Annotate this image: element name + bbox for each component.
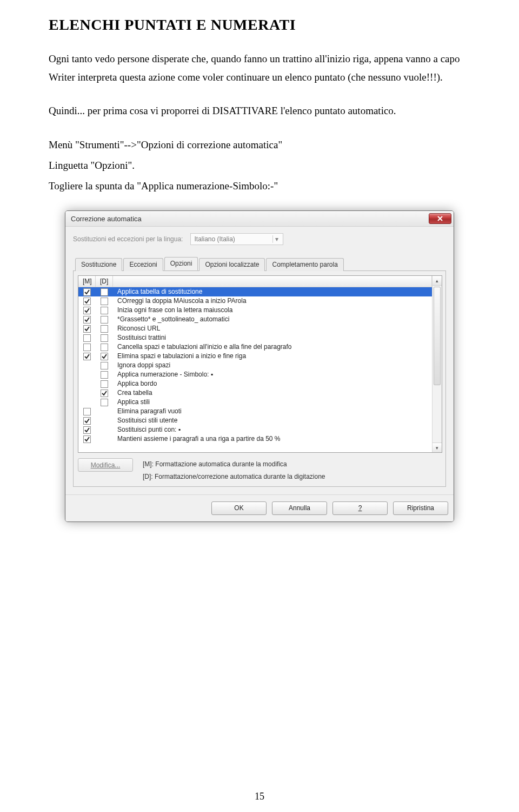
checkbox[interactable]: [83, 408, 91, 415]
tab-completamento-parola[interactable]: Completamento parola: [266, 258, 343, 271]
option-row[interactable]: Mantieni assieme i paragrafi a una riga …: [78, 434, 432, 444]
option-row[interactable]: COrreggi la doppia MAiuscola a inizio PA…: [78, 296, 432, 306]
cancel-button[interactable]: Annulla: [272, 501, 327, 515]
options-panel: [M] [D] Applica tabella di sostituzioneC…: [73, 271, 446, 487]
checkbox[interactable]: [83, 307, 91, 314]
checkbox[interactable]: [101, 325, 108, 333]
col-header-d: [D]: [96, 276, 113, 287]
checkbox[interactable]: [83, 325, 91, 333]
checkbox[interactable]: [83, 417, 91, 425]
option-label: *Grassetto* e _sottolineato_ automatici: [113, 315, 432, 324]
scroll-thumb[interactable]: [434, 287, 441, 385]
language-value: Italiano (Italia): [194, 235, 235, 243]
options-table: [M] [D] Applica tabella di sostituzioneC…: [78, 276, 432, 452]
modify-button[interactable]: Modifica...: [78, 458, 133, 472]
option-label: Crea tabella: [113, 388, 432, 398]
checkbox[interactable]: [101, 288, 108, 296]
option-row[interactable]: Applica stili: [78, 398, 432, 407]
option-label: Applica tabella di sostituzione: [113, 287, 432, 296]
checkbox: [101, 418, 108, 424]
paragraph-3: Menù "Strumenti"-->"Opzioni di correzion…: [49, 136, 470, 154]
option-label: Inizia ogni frase con la lettera maiusco…: [113, 306, 432, 315]
scroll-down-button[interactable]: ▾: [432, 443, 442, 452]
tab-opzioni-localizzate[interactable]: Opzioni localizzate: [199, 258, 265, 271]
language-row: Sostituzioni ed eccezioni per la lingua:…: [73, 233, 446, 245]
col-header-text: [113, 276, 432, 287]
tab-eccezioni[interactable]: Eccezioni: [123, 258, 163, 271]
help-button[interactable]: ?: [332, 501, 388, 515]
checkbox[interactable]: [101, 399, 108, 406]
checkbox[interactable]: [83, 288, 91, 296]
paragraph-5: Togliere la spunta da "Applica numerazio…: [49, 177, 470, 195]
checkbox[interactable]: [83, 334, 91, 342]
paragraph-1: Ogni tanto vedo persone disperate che, q…: [49, 50, 470, 87]
checkbox[interactable]: [83, 316, 91, 324]
checkbox: [101, 427, 108, 433]
checkbox[interactable]: [83, 435, 91, 443]
language-label: Sostituzioni ed eccezioni per la lingua:: [73, 235, 183, 243]
checkbox[interactable]: [101, 371, 108, 379]
chevron-down-icon: ▾: [272, 235, 281, 243]
checkbox: [101, 408, 108, 415]
tab-sostituzione[interactable]: Sostituzione: [75, 258, 122, 271]
checkbox[interactable]: [83, 426, 91, 434]
option-row[interactable]: Sostituisci trattini: [78, 333, 432, 342]
checkbox[interactable]: [101, 380, 108, 388]
checkbox[interactable]: [83, 353, 91, 360]
checkbox[interactable]: [101, 344, 108, 351]
option-row[interactable]: Elimina paragrafi vuoti: [78, 407, 432, 416]
option-label: Applica bordo: [113, 379, 432, 388]
option-row[interactable]: Applica numerazione - Simbolo: ▪: [78, 370, 432, 379]
checkbox: [101, 436, 108, 443]
option-label: Sostituisci trattini: [113, 333, 432, 342]
option-label: Elimina paragrafi vuoti: [113, 407, 432, 416]
checkbox: [84, 399, 90, 406]
option-row[interactable]: Applica bordo: [78, 379, 432, 388]
scroll-up-button[interactable]: ▴: [432, 276, 442, 286]
close-button[interactable]: [429, 213, 451, 224]
option-row[interactable]: Sostituisci stili utente: [78, 416, 432, 425]
options-header: [M] [D]: [78, 276, 432, 287]
checkbox[interactable]: [101, 334, 108, 342]
option-label: Riconosci URL: [113, 324, 432, 333]
option-row[interactable]: Sostituisci punti con: ▪: [78, 425, 432, 434]
checkbox[interactable]: [101, 316, 108, 324]
dialog-button-row: OK Annulla ? Ripristina: [65, 494, 454, 521]
option-row[interactable]: Crea tabella: [78, 388, 432, 398]
reset-button-label: Ripristina: [407, 504, 434, 512]
checkbox: [84, 362, 90, 369]
checkbox[interactable]: [83, 344, 91, 351]
tab-bar: Sostituzione Eccezioni Opzioni Opzioni l…: [73, 257, 446, 271]
option-label: Ignora doppi spazi: [113, 361, 432, 370]
checkbox[interactable]: [101, 362, 108, 369]
reset-button[interactable]: Ripristina: [393, 501, 448, 515]
option-row[interactable]: Riconosci URL: [78, 324, 432, 333]
option-label: COrreggi la doppia MAiuscola a inizio PA…: [113, 296, 432, 306]
checkbox[interactable]: [101, 390, 108, 397]
checkbox[interactable]: [101, 298, 108, 305]
help-button-label: ?: [358, 504, 362, 512]
modify-button-label: Modifica...: [91, 461, 121, 469]
checkbox: [84, 372, 90, 378]
ok-button[interactable]: OK: [211, 501, 267, 515]
vertical-scrollbar[interactable]: ▴ ▾: [432, 276, 442, 452]
option-label: Cancella spazi e tabulazioni all'inizio …: [113, 342, 432, 352]
tab-opzioni[interactable]: Opzioni: [164, 257, 198, 270]
language-combo[interactable]: Italiano (Italia) ▾: [190, 233, 283, 245]
legend-m: [M]: Formattazione automatica durante la…: [143, 458, 325, 471]
option-row[interactable]: Cancella spazi e tabulazioni all'inizio …: [78, 342, 432, 352]
option-row[interactable]: Ignora doppi spazi: [78, 361, 432, 370]
option-label: Sostituisci punti con: ▪: [113, 425, 432, 434]
checkbox[interactable]: [83, 298, 91, 305]
option-row[interactable]: Inizia ogni frase con la lettera maiusco…: [78, 306, 432, 315]
dialog-title: Correzione automatica: [71, 215, 429, 223]
page-number: 15: [0, 791, 519, 802]
option-row[interactable]: *Grassetto* e _sottolineato_ automatici: [78, 315, 432, 324]
close-icon: [437, 216, 443, 221]
checkbox: [84, 390, 90, 397]
checkbox[interactable]: [101, 307, 108, 314]
checkbox[interactable]: [101, 353, 108, 360]
option-row[interactable]: Applica tabella di sostituzione: [78, 287, 432, 296]
option-label: Applica stili: [113, 398, 432, 407]
option-row[interactable]: Elimina spazi e tabulazioni a inizio e f…: [78, 352, 432, 361]
